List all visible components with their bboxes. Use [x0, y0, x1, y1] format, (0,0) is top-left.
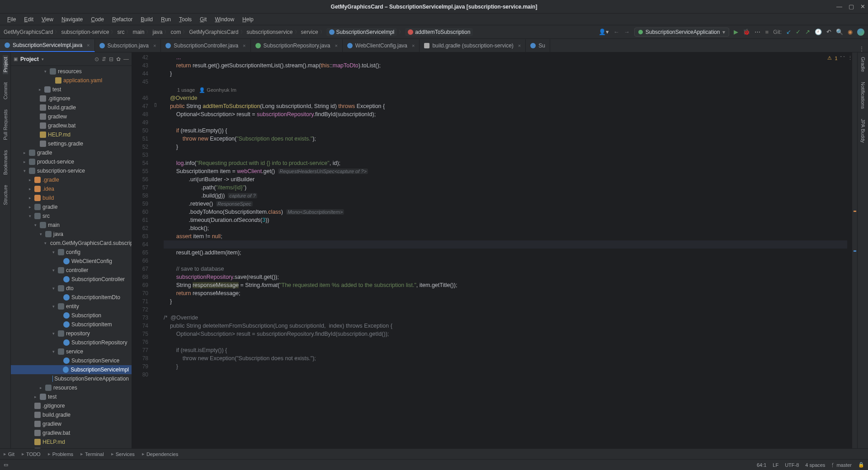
- ide-settings-icon[interactable]: ◉: [848, 28, 853, 35]
- tree-node-31[interactable]: ▾service: [11, 347, 132, 356]
- crumb-8[interactable]: service: [301, 29, 318, 35]
- encoding[interactable]: UTF-8: [785, 462, 799, 468]
- menu-run[interactable]: Run: [157, 15, 175, 24]
- close-icon[interactable]: ✕: [860, 3, 865, 10]
- select-open-file-icon[interactable]: ⊙: [94, 56, 99, 62]
- tree-node-14[interactable]: ▸build: [11, 193, 132, 202]
- tab-close-icon[interactable]: ×: [153, 43, 156, 48]
- tree-node-32[interactable]: SubscriptionService: [11, 356, 132, 365]
- tree-node-22[interactable]: ▾controller: [11, 266, 132, 275]
- toolwin-todo[interactable]: ▸ TODO: [22, 451, 41, 457]
- debug-icon[interactable]: 🐞: [743, 28, 750, 35]
- tab-3[interactable]: SubscriptionRepository.java×: [251, 39, 343, 52]
- tree-node-1[interactable]: application.yaml: [11, 76, 132, 85]
- menu-edit[interactable]: Edit: [20, 15, 37, 24]
- tab-1[interactable]: Subscription.java×: [95, 39, 161, 52]
- menu-refactor[interactable]: Refactor: [108, 15, 136, 24]
- toolwin-git[interactable]: ▸ Git: [4, 451, 14, 457]
- menu-git[interactable]: Git: [196, 15, 210, 24]
- maximize-icon[interactable]: ▢: [849, 3, 854, 10]
- tree-node-36[interactable]: ▸test: [11, 392, 132, 401]
- cursor-position[interactable]: 64:1: [757, 462, 766, 468]
- git-commit-icon[interactable]: ✓: [796, 28, 801, 35]
- crumb-0[interactable]: GetMyGraphicsCard: [4, 29, 53, 35]
- breadcrumb[interactable]: GetMyGraphicsCard〉subscription-service〉s…: [4, 28, 599, 36]
- menu-build[interactable]: Build: [137, 15, 156, 24]
- crumb-3[interactable]: main: [132, 29, 144, 35]
- indent[interactable]: 4 spaces: [805, 462, 825, 468]
- git-push-icon[interactable]: ↗: [805, 28, 810, 35]
- menu-navigate[interactable]: Navigate: [58, 15, 86, 24]
- tree-node-41[interactable]: HELP.md: [11, 437, 132, 446]
- run-config-selector[interactable]: SubscriptionServiceApplication ▾: [634, 28, 730, 37]
- toolwin-terminal[interactable]: ▸ Terminal: [80, 451, 104, 457]
- tree-node-29[interactable]: ▾repository: [11, 329, 132, 338]
- tab-0[interactable]: SubscriptionServiceImpl.java×: [0, 39, 95, 52]
- tree-node-4[interactable]: build.gradle: [11, 103, 132, 112]
- tree-node-13[interactable]: ▸.idea: [11, 184, 132, 193]
- tree-node-30[interactable]: SubscriptionRepository: [11, 338, 132, 347]
- rail-jpa-buddy[interactable]: JPA Buddy: [860, 117, 866, 145]
- lock-icon[interactable]: 🔒: [858, 462, 864, 468]
- status-icon[interactable]: ▭: [4, 462, 8, 468]
- crumb-6[interactable]: GetMyGraphicsCard: [189, 29, 238, 35]
- git-branch[interactable]: ᚶ master: [831, 462, 852, 468]
- tree-node-28[interactable]: SubscriptionItem: [11, 320, 132, 329]
- rail-structure[interactable]: Structure: [3, 183, 8, 207]
- tab-4[interactable]: WebClientConfig.java×: [343, 39, 420, 52]
- tree-node-20[interactable]: ▾config: [11, 248, 132, 257]
- tree-node-27[interactable]: Subscription: [11, 311, 132, 320]
- tree-node-5[interactable]: gradlew: [11, 112, 132, 121]
- collapse-all-icon[interactable]: ⊟: [109, 56, 113, 62]
- expand-all-icon[interactable]: ⇵: [102, 56, 106, 62]
- tabs-more-icon[interactable]: ⋮: [855, 46, 868, 52]
- tab-close-icon[interactable]: ×: [243, 43, 245, 48]
- tree-node-24[interactable]: ▾dto: [11, 284, 132, 293]
- tree-node-18[interactable]: ▾java: [11, 230, 132, 239]
- stop-icon[interactable]: ■: [765, 28, 769, 35]
- hide-icon[interactable]: —: [123, 56, 129, 62]
- crumb-7[interactable]: subscriptionservice: [247, 29, 293, 35]
- search-icon[interactable]: 🔍: [836, 28, 843, 35]
- nav-fwd-icon[interactable]: →: [624, 28, 630, 35]
- tree-node-0[interactable]: ▾resources: [11, 67, 132, 76]
- git-rollback-icon[interactable]: ↶: [826, 28, 831, 35]
- nav-back-icon[interactable]: ←: [613, 28, 619, 35]
- inspection-indicator[interactable]: ⚠1 ˆ ˇ ⋮: [827, 55, 853, 61]
- tree-node-26[interactable]: ▾entity: [11, 302, 132, 311]
- scroll-marker-strip[interactable]: [852, 52, 857, 448]
- rail-gradle[interactable]: Gradle: [860, 55, 866, 74]
- tree-node-39[interactable]: gradlew: [11, 419, 132, 428]
- tree-node-7[interactable]: HELP.md: [11, 130, 132, 139]
- tree-node-17[interactable]: ▾main: [11, 221, 132, 230]
- tree-node-12[interactable]: ▸.gradle: [11, 175, 132, 184]
- tree-node-6[interactable]: gradlew.bat: [11, 121, 132, 130]
- tree-node-16[interactable]: ▾src: [11, 212, 132, 221]
- tree-node-11[interactable]: ▾subscription-service: [11, 166, 132, 175]
- tree-node-21[interactable]: WebClientConfig: [11, 257, 132, 266]
- crumb-4[interactable]: java: [152, 29, 162, 35]
- tree-node-23[interactable]: SubscriptionController: [11, 275, 132, 284]
- tree-node-15[interactable]: ▸gradle: [11, 202, 132, 212]
- more-run-icon[interactable]: ⋯: [755, 28, 760, 35]
- toolwin-services[interactable]: ▸ Services: [111, 451, 135, 457]
- tab-6[interactable]: Su: [526, 39, 550, 52]
- tree-node-9[interactable]: ▸gradle: [11, 148, 132, 157]
- tab-close-icon[interactable]: ×: [335, 43, 337, 48]
- tree-node-40[interactable]: gradlew.bat: [11, 428, 132, 437]
- run-icon[interactable]: ▶: [734, 28, 738, 35]
- tree-node-25[interactable]: SubscriptionItemDto: [11, 293, 132, 302]
- tree-node-8[interactable]: settings.gradle: [11, 139, 132, 148]
- tree-node-3[interactable]: .gitignore: [11, 94, 132, 103]
- toolwin-problems[interactable]: ▸ Problems: [48, 451, 73, 457]
- crumb-10[interactable]: addItemToSubscription: [405, 28, 473, 36]
- tree-node-2[interactable]: ▸test: [11, 85, 132, 94]
- tree-node-37[interactable]: .gitignore: [11, 401, 132, 410]
- line-gutter[interactable]: 4243444546474849505152535455565758596061…: [132, 52, 152, 448]
- code-area[interactable]: ... return result.get().getSubscriptionI…: [159, 52, 852, 448]
- crumb-9[interactable]: SubscriptionServiceImpl: [326, 28, 397, 36]
- tree-node-19[interactable]: ▾com.GetMyGraphicsCard.subscrip: [11, 239, 132, 248]
- tab-close-icon[interactable]: ×: [518, 43, 521, 48]
- menu-window[interactable]: Window: [211, 15, 238, 24]
- menu-code[interactable]: Code: [87, 15, 108, 24]
